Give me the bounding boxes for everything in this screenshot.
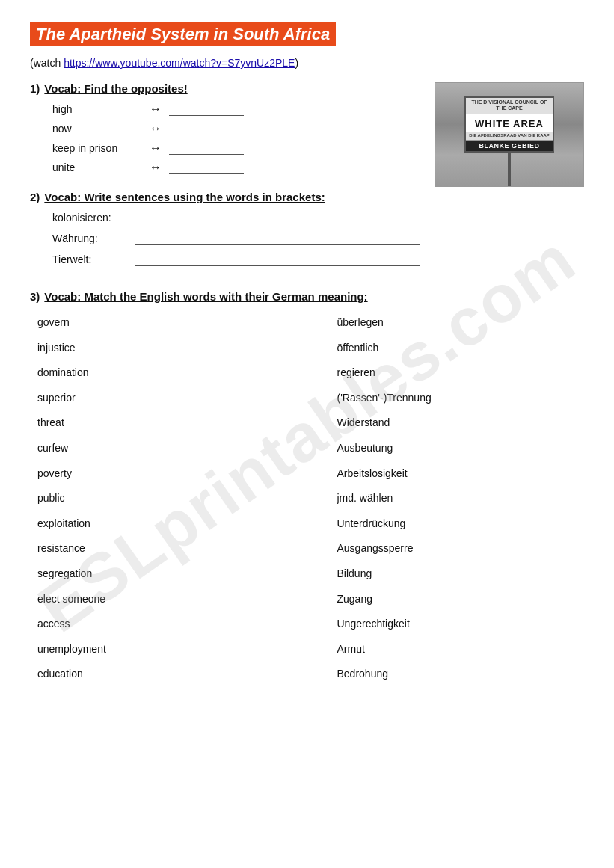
sign-image: THE DIVISIONAL COUNCIL OF THE CAPE WHITE… — [435, 82, 584, 187]
list-item: unemployment — [30, 637, 307, 662]
vocab-row-keep: keep in prison ↔ — [52, 141, 420, 155]
list-item: Widerstand — [307, 410, 585, 436]
list-item: segregation — [30, 561, 307, 587]
section-1: 1)Vocab: Find the opposites! high ↔ now … — [30, 82, 420, 174]
list-item: public — [30, 486, 307, 511]
section-2-header: 2)Vocab: Write sentences using the words… — [30, 191, 420, 203]
section-1-header: 1)Vocab: Find the opposites! — [30, 82, 420, 95]
list-item: Bedrohung — [307, 662, 585, 687]
sentence-row-waehrung: Währung: — [52, 232, 420, 245]
vocab-row-now: now ↔ — [52, 122, 420, 135]
list-item: resistance — [30, 536, 307, 561]
list-item: Ausgangssperre — [307, 536, 585, 561]
watch-line: (watch https://www.youtube.com/watch?v=S… — [30, 57, 584, 69]
sign-white-area: WHITE AREA — [466, 114, 553, 132]
list-item: elect someone — [30, 587, 307, 612]
list-item: domination — [30, 360, 307, 386]
list-item: Unterdrückung — [307, 511, 585, 537]
sign-board: THE DIVISIONAL COUNCIL OF THE CAPE WHITE… — [464, 96, 554, 153]
list-item: threat — [30, 410, 307, 436]
top-section: 1)Vocab: Find the opposites! high ↔ now … — [30, 82, 584, 283]
list-item: Ungerechtigkeit — [307, 612, 585, 637]
list-item: poverty — [30, 461, 307, 487]
list-item: Zugang — [307, 587, 585, 612]
list-item: education — [30, 662, 307, 687]
section-3-header: 3)Vocab: Match the English words with th… — [30, 290, 584, 303]
list-item: Ausbeutung — [307, 436, 585, 461]
list-item: überlegen — [307, 310, 585, 336]
sign-blanke-gebied: BLANKE GEBIED — [466, 141, 553, 151]
page-title: The Apartheid System in South Africa — [30, 22, 584, 57]
section-3: 3)Vocab: Match the English words with th… — [30, 290, 584, 687]
vocab-row-high: high ↔ — [52, 102, 420, 116]
list-item: Arbeitslosigkeit — [307, 461, 585, 487]
top-left: 1)Vocab: Find the opposites! high ↔ now … — [30, 82, 420, 283]
list-item: injustice — [30, 336, 307, 361]
sign-afrikaans-sub: DIE AFDELINGSRAAD VAN DIE KAAP — [466, 132, 553, 141]
list-item: superior — [30, 386, 307, 411]
sentence-row-tierwelt: Tierwelt: — [52, 253, 420, 266]
list-item: öffentlich — [307, 336, 585, 361]
sign-image-container: THE DIVISIONAL COUNCIL OF THE CAPE WHITE… — [435, 82, 584, 187]
list-item: Armut — [307, 637, 585, 662]
list-item: regieren — [307, 360, 585, 386]
list-item: govern — [30, 310, 307, 336]
sentence-row-kolonisieren: kolonisieren: — [52, 211, 420, 224]
vocab-row-unite: unite ↔ — [52, 161, 420, 174]
youtube-link[interactable]: https://www.youtube.com/watch?v=S7yvnUz2… — [64, 57, 295, 69]
list-item: jmd. wählen — [307, 486, 585, 511]
match-left-column: govern injustice domination superior thr… — [30, 310, 307, 687]
match-right-column: überlegen öffentlich regieren ('Rassen'-… — [307, 310, 585, 687]
list-item: access — [30, 612, 307, 637]
list-item: exploitation — [30, 511, 307, 537]
match-columns: govern injustice domination superior thr… — [30, 310, 584, 687]
section-2: 2)Vocab: Write sentences using the words… — [30, 191, 420, 266]
list-item: curfew — [30, 436, 307, 461]
list-item: Bildung — [307, 561, 585, 587]
sign-pole — [508, 149, 511, 186]
sign-top-text: THE DIVISIONAL COUNCIL OF THE CAPE — [466, 98, 553, 114]
list-item: ('Rassen'-)Trennung — [307, 386, 585, 411]
